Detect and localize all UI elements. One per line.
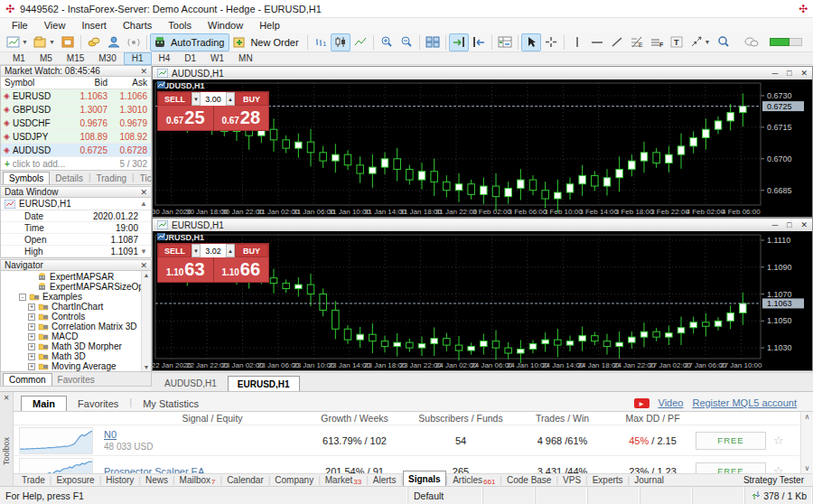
data-folder-button[interactable] <box>58 33 78 51</box>
maximize-icon[interactable]: □ <box>787 69 791 78</box>
navigator-item-expertmapsar[interactable]: ExpertMAPSAR <box>1 272 151 282</box>
status-profile[interactable]: Default <box>408 487 483 504</box>
navigator-item-expertmapsarsizeoptim[interactable]: ExpertMAPSARSizeOptim <box>1 282 151 292</box>
navigator-item-scripts[interactable]: +Scripts <box>1 371 151 372</box>
accounts-button[interactable] <box>104 33 124 51</box>
navigator-tab-common[interactable]: Common <box>3 373 52 386</box>
expand-icon[interactable]: + <box>28 313 35 321</box>
close-icon[interactable]: ✕ <box>0 392 13 402</box>
toolbox-tab-company[interactable]: Company <box>270 475 318 485</box>
menu-file[interactable]: File <box>4 20 36 31</box>
navigator-item-examples[interactable]: -Examples <box>1 292 151 302</box>
tab-favorites[interactable]: Favorites <box>67 397 129 411</box>
toolbox-tab-articles[interactable]: Articles661 <box>448 475 500 485</box>
chart-window-titlebar[interactable]: AUDUSD,H1 ─□✕ <box>153 67 812 79</box>
market-watch-button[interactable] <box>84 33 104 51</box>
navigator-item-controls[interactable]: +Controls <box>1 312 151 322</box>
navigator-item-correlation-matrix-3d[interactable]: +Correlation Matrix 3D <box>1 322 151 331</box>
chart-plot-area[interactable]: 30 Jan 202030 Jan 18:0030 Jan 22:0031 Ja… <box>153 79 812 217</box>
expand-icon[interactable]: + <box>28 363 35 370</box>
toolbox-tab-exposure[interactable]: Exposure <box>51 475 98 485</box>
close-icon[interactable]: ✕ <box>140 67 147 76</box>
register-mql5-link[interactable]: Register MQL5 account <box>692 397 797 408</box>
signal-name-link[interactable]: N0 <box>104 429 117 440</box>
line-chart-button[interactable] <box>350 33 370 51</box>
crosshair-button[interactable] <box>541 33 561 51</box>
toolbox-tab-news[interactable]: News <box>141 475 173 485</box>
chat-button[interactable] <box>741 33 762 51</box>
favorite-star-icon[interactable]: ☆ <box>773 434 784 447</box>
signals-scrollbar[interactable]: ∧∨ <box>800 412 813 473</box>
collapse-icon[interactable]: - <box>19 294 26 301</box>
expand-icon[interactable]: + <box>28 353 35 360</box>
new-chart-button[interactable]: ▼ <box>4 33 31 51</box>
market-watch-add-row[interactable]: + click to add... 5 / 302 <box>1 157 151 170</box>
zoom-in-button[interactable] <box>377 33 397 51</box>
toolbox-tab-journal[interactable]: Journal <box>630 475 668 485</box>
market-watch-tab-details[interactable]: Details <box>50 173 89 184</box>
buy-button[interactable]: BUY <box>235 92 268 106</box>
free-button[interactable]: FREE <box>696 432 766 450</box>
zoom-out-button[interactable] <box>397 33 416 51</box>
trendline-button[interactable] <box>607 33 627 51</box>
buy-price[interactable]: 1.1066 <box>214 257 269 282</box>
market-watch-tab-symbols[interactable]: Symbols <box>3 172 50 184</box>
tab-main[interactable]: Main <box>21 396 67 411</box>
new-order-button[interactable]: New Order <box>229 33 304 51</box>
market-watch-titlebar[interactable]: Market Watch: 08:45:46 ✕ <box>0 65 152 77</box>
volume-stepper[interactable]: ▼3.00▲ <box>192 92 235 106</box>
tab-my-statistics[interactable]: My Statistics <box>132 397 210 411</box>
expand-icon[interactable]: + <box>28 333 35 341</box>
expand-icon[interactable]: + <box>28 343 35 350</box>
video-link[interactable]: Video <box>659 397 684 408</box>
text-label-button[interactable]: T <box>667 33 687 51</box>
timeframe-h1[interactable]: H1 <box>124 52 152 65</box>
bar-chart-button[interactable]: 1 <box>311 33 331 51</box>
expand-icon[interactable]: + <box>28 303 35 311</box>
chart-tab-eurusd-h1[interactable]: EURUSD,H1 <box>228 376 300 391</box>
menu-help[interactable]: Help <box>251 20 288 31</box>
toolbox-tab-vps[interactable]: VPS <box>558 475 585 485</box>
autotrading-button[interactable]: AutoTrading <box>150 33 230 51</box>
sell-price[interactable]: 0.6725 <box>158 106 214 130</box>
timeframe-m30[interactable]: M30 <box>91 52 123 65</box>
navigator-item-math-3d[interactable]: +Math 3D <box>1 351 151 361</box>
candlestick-chart-button[interactable] <box>331 33 350 51</box>
timeframe-mn[interactable]: MN <box>231 52 260 65</box>
menu-charts[interactable]: Charts <box>115 20 160 31</box>
toolbox-tab-code-base[interactable]: Code Base <box>502 475 556 485</box>
toolbox-tab-signals[interactable]: Signals <box>403 471 446 486</box>
horizontal-line-button[interactable] <box>587 33 607 51</box>
toolbox-tab-history[interactable]: History <box>101 475 138 485</box>
timeframe-m1[interactable]: M1 <box>5 52 33 65</box>
minimize-icon[interactable]: ─ <box>772 220 778 229</box>
toolbox-tab-calendar[interactable]: Calendar <box>222 475 268 485</box>
sell-button[interactable]: SELL <box>158 244 192 257</box>
signal-row[interactable]: N048 033 USD613.79% / 102544 968 /61%45%… <box>14 425 799 456</box>
toolbox-tab-trade[interactable]: Trade <box>17 475 50 485</box>
data-window-titlebar[interactable]: Data Window ✕ <box>0 186 152 198</box>
expand-icon[interactable]: + <box>28 323 35 331</box>
buy-button[interactable]: BUY <box>235 244 268 257</box>
navigator-item-macd[interactable]: +MACD <box>1 331 151 341</box>
chart-plot-area[interactable]: 22 Jan 202022 Jan 22:0023 Jan 02:0023 Ja… <box>153 231 812 370</box>
sell-price[interactable]: 1.1063 <box>158 257 214 282</box>
market-watch-row-eurusd[interactable]: ◈EURUSD1.10631.1066 <box>1 89 151 103</box>
chart-window-titlebar[interactable]: EURUSD,H1 ─□✕ <box>153 219 812 231</box>
menu-view[interactable]: View <box>36 20 74 31</box>
navigator-item-moving-average[interactable]: +Moving Average <box>1 361 151 371</box>
scroll-up-icon[interactable]: ▲ <box>140 200 147 208</box>
depth-of-market-button[interactable] <box>495 33 515 51</box>
maximize-icon[interactable]: □ <box>787 220 791 229</box>
tile-windows-button[interactable] <box>423 33 443 51</box>
close-icon[interactable]: ✕ <box>800 69 808 78</box>
menu-window[interactable]: Window <box>200 20 251 31</box>
cursor-button[interactable] <box>521 33 541 51</box>
free-button[interactable]: FREE <box>696 462 766 474</box>
toolbox-tab-alerts[interactable]: Alerts <box>369 475 401 485</box>
scroll-down-icon[interactable]: ▼ <box>140 247 147 256</box>
auto-scroll-button[interactable] <box>449 33 469 51</box>
timeframe-m15[interactable]: M15 <box>60 52 91 65</box>
strategy-tester-tab[interactable]: Strategy Tester <box>743 475 813 485</box>
close-icon[interactable]: ✕ <box>140 188 147 197</box>
